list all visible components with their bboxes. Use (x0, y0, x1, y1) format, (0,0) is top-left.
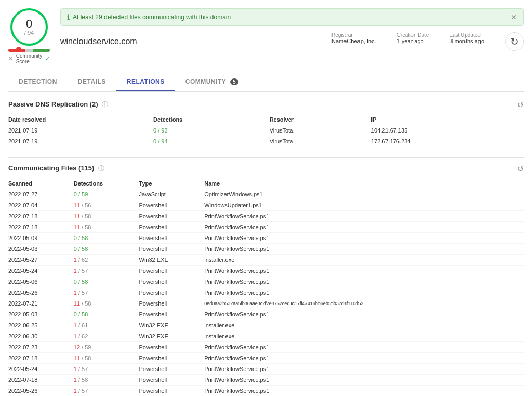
domain-name: wincloudservice.com (60, 37, 137, 46)
file-type: Win32 EXE (139, 255, 205, 266)
alert-section: ℹ At least 29 detected files communicati… (60, 8, 524, 51)
file-type: Powershell (139, 353, 205, 364)
file-name: PrintWorkflowService.ps1 (204, 287, 524, 298)
file-detections: 11 / 58 (74, 211, 139, 222)
top-section: 0 / 94 ✕ CommunityScore ✓ ℹ At least 29 … (8, 8, 524, 64)
table-row[interactable]: 2022-05-26 1 / 57 Powershell PrintWorkfl… (8, 287, 524, 298)
tab-detection[interactable]: DETECTION (8, 73, 68, 91)
file-type: Powershell (139, 298, 205, 309)
table-row[interactable]: 2022-05-24 1 / 57 Powershell PrintWorkfl… (8, 266, 524, 276)
passive-dns-header: Passive DNS Replication (2) ⓘ ↺ (8, 100, 524, 109)
file-type: Powershell (139, 276, 205, 287)
registrar-label: Registrar (331, 32, 376, 38)
table-row[interactable]: 2021-07-19 0 / 94 VirusTotal 172.67.176.… (8, 136, 524, 147)
domain-meta: Registrar NameCheap, Inc. Creation Date … (331, 32, 524, 51)
file-name: PrintWorkflowService.ps1 (204, 276, 524, 287)
file-detections: 0 / 58 (74, 309, 139, 320)
file-detections: 1 / 58 (74, 375, 139, 386)
file-scanned: 2022-07-18 (8, 211, 74, 222)
passive-dns-refresh-button[interactable]: ↺ (517, 101, 524, 109)
file-scanned: 2022-07-04 (8, 200, 74, 211)
file-type: Powershell (139, 375, 205, 386)
communicating-files-section: Communicating Files (115) ⓘ ↺ Scanned De… (8, 164, 524, 396)
table-row[interactable]: 2021-07-19 0 / 93 VirusTotal 104.21.67.1… (8, 125, 524, 136)
file-name: PrintWorkflowService.ps1 (204, 375, 524, 386)
score-circle: 0 / 94 (10, 8, 48, 46)
communicating-files-title: Communicating Files (115) (8, 164, 94, 172)
col-scanned: Scanned (8, 178, 74, 189)
community-tab-label: COMMUNITY (185, 78, 226, 85)
table-row[interactable]: 2022-05-24 1 / 57 Powershell PrintWorkfl… (8, 364, 524, 375)
file-type: JavaScript (139, 189, 205, 200)
file-type: Win32 EXE (139, 320, 205, 331)
passive-dns-title-area: Passive DNS Replication (2) ⓘ (8, 100, 108, 109)
communicating-files-info-icon: ⓘ (98, 165, 104, 172)
table-row[interactable]: 2022-07-04 11 / 56 Powershell WindowsUpd… (8, 200, 524, 211)
table-row[interactable]: 2022-07-21 11 / 58 Powershell 0ed0aa3b53… (8, 298, 524, 309)
creation-label: Creation Date (397, 32, 429, 38)
score-section: 0 / 94 ✕ CommunityScore ✓ (8, 8, 50, 64)
divider (8, 157, 524, 158)
file-detections: 0 / 59 (74, 189, 139, 200)
table-row[interactable]: 2022-07-23 12 / 59 Powershell PrintWorkf… (8, 342, 524, 353)
file-name: 0ed0aa3b532aa5fb86aae3c2f2e8752ced3c17ff… (204, 298, 524, 309)
file-name: PrintWorkflowService.ps1 (204, 364, 524, 375)
table-row[interactable]: 2022-07-18 11 / 58 Powershell PrintWorkf… (8, 222, 524, 233)
file-type: Powershell (139, 266, 205, 276)
file-scanned: 2022-07-18 (8, 375, 74, 386)
table-row[interactable]: 2022-05-03 0 / 58 Powershell PrintWorkfl… (8, 244, 524, 255)
file-name: PrintWorkflowService.ps1 (204, 233, 524, 244)
table-row[interactable]: 2022-06-25 1 / 61 Win32 EXE installer.ex… (8, 320, 524, 331)
table-row[interactable]: 2022-05-27 1 / 62 Win32 EXE installer.ex… (8, 255, 524, 266)
table-row[interactable]: 2022-07-18 1 / 58 Powershell PrintWorkfl… (8, 375, 524, 386)
tab-community[interactable]: COMMUNITY 5 (175, 73, 249, 91)
file-name: PrintWorkflowService.ps1 (204, 222, 524, 233)
file-scanned: 2022-07-18 (8, 353, 74, 364)
file-detections: 11 / 58 (74, 222, 139, 233)
table-row[interactable]: 2022-05-09 0 / 58 Powershell PrintWorkfl… (8, 233, 524, 244)
file-detections: 0 / 58 (74, 276, 139, 287)
file-scanned: 2022-05-26 (8, 386, 74, 397)
file-name: WindowsUpdater1.ps1 (204, 200, 524, 211)
file-type: Powershell (139, 287, 205, 298)
community-score-label: CommunityScore (16, 53, 43, 64)
file-scanned: 2022-06-25 (8, 320, 74, 331)
table-row[interactable]: 2022-05-26 1 / 57 Powershell PrintWorkfl… (8, 386, 524, 397)
passive-dns-header-row: Date resolved Detections Resolver IP (8, 114, 524, 125)
file-detections: 0 / 58 (74, 233, 139, 244)
updated-label: Last Updated (449, 32, 484, 38)
file-type: Powershell (139, 244, 205, 255)
communicating-files-refresh-button[interactable]: ↺ (517, 165, 524, 173)
file-scanned: 2022-07-18 (8, 222, 74, 233)
passive-dns-title: Passive DNS Replication (2) (8, 100, 98, 108)
table-row[interactable]: 2022-07-18 11 / 58 Powershell PrintWorkf… (8, 211, 524, 222)
file-type: Powershell (139, 222, 205, 233)
file-name: installer.exe (204, 331, 524, 342)
alert-message: At least 29 detected files communicating… (73, 14, 231, 21)
communicating-files-table: Scanned Detections Type Name 2022-07-27 … (8, 178, 524, 396)
table-row[interactable]: 2022-05-06 0 / 58 Powershell PrintWorkfl… (8, 276, 524, 287)
score-confirm-button[interactable]: ✓ (45, 56, 50, 62)
community-badge: 5 (230, 78, 238, 85)
table-row[interactable]: 2022-06-30 1 / 62 Win32 EXE installer.ex… (8, 331, 524, 342)
tab-details[interactable]: DETAILS (68, 73, 116, 91)
dns-detections: 0 / 93 (153, 125, 270, 136)
file-detections: 1 / 62 (74, 255, 139, 266)
file-scanned: 2022-05-24 (8, 266, 74, 276)
domain-info: wincloudservice.com Registrar NameCheap,… (60, 32, 524, 51)
col-resolver: Resolver (270, 114, 371, 125)
file-type: Win32 EXE (139, 331, 205, 342)
score-remove-button[interactable]: ✕ (8, 56, 13, 62)
communicating-files-header: Communicating Files (115) ⓘ ↺ (8, 164, 524, 173)
file-name: PrintWorkflowService.ps1 (204, 244, 524, 255)
table-row[interactable]: 2022-05-03 0 / 58 Powershell PrintWorkfl… (8, 309, 524, 320)
tab-relations[interactable]: RELATIONS (116, 73, 175, 91)
close-alert-button[interactable]: ✕ (511, 13, 517, 21)
passive-dns-table: Date resolved Detections Resolver IP 202… (8, 114, 524, 147)
table-row[interactable]: 2022-07-18 11 / 58 Powershell PrintWorkf… (8, 353, 524, 364)
table-row[interactable]: 2022-07-27 0 / 59 JavaScript OptimizerWi… (8, 189, 524, 200)
col-name: Name (204, 178, 524, 189)
file-scanned: 2022-05-26 (8, 287, 74, 298)
refresh-button[interactable]: ↻ (505, 32, 524, 51)
col-detections-files: Detections (74, 178, 139, 189)
